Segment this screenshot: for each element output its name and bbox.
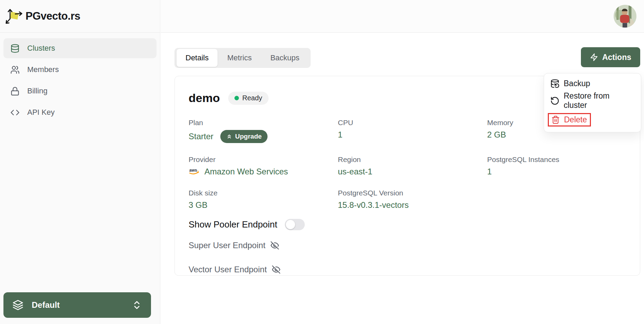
workspace-name: Default bbox=[32, 300, 123, 310]
sidebar-item-clusters[interactable]: Clusters bbox=[3, 38, 157, 58]
database-backup-icon bbox=[550, 79, 560, 88]
users-icon bbox=[10, 65, 20, 74]
pooler-toggle-label: Show Pooler Endpoint bbox=[189, 219, 277, 230]
lock-icon bbox=[10, 87, 20, 96]
sidebar: PGvecto.rs Clusters Members bbox=[0, 0, 160, 324]
upgrade-button-label: Upgrade bbox=[235, 133, 262, 140]
provider-value: Amazon Web Services bbox=[204, 167, 288, 176]
menu-item-restore[interactable]: Restore from cluster bbox=[550, 91, 635, 110]
database-icon bbox=[10, 44, 20, 53]
ready-dot-icon bbox=[234, 96, 239, 100]
field-plan: Plan Starter Upgrade bbox=[189, 119, 338, 143]
field-disk-size: Disk size 3 GB bbox=[189, 189, 338, 210]
actions-button[interactable]: Actions bbox=[581, 47, 640, 67]
field-label: PostgreSQL Version bbox=[338, 189, 487, 197]
super-user-endpoint-row: Super User Endpoint bbox=[189, 241, 626, 250]
user-avatar[interactable] bbox=[614, 5, 636, 28]
menu-item-delete[interactable]: Delete bbox=[548, 113, 591, 126]
sidebar-item-label: Billing bbox=[27, 87, 48, 95]
actions-button-label: Actions bbox=[602, 53, 631, 62]
field-postgres-instances: PostgreSQL Instances 1 bbox=[487, 155, 626, 176]
field-cpu: CPU 1 bbox=[338, 119, 487, 143]
workspace-switcher[interactable]: Default bbox=[3, 292, 151, 318]
sidebar-item-label: API Key bbox=[27, 108, 54, 117]
sidebar-item-label: Clusters bbox=[27, 44, 55, 53]
instances-value: 1 bbox=[487, 167, 626, 176]
field-postgres-version: PostgreSQL Version 15.8-v0.3.1-vectors bbox=[338, 189, 487, 210]
svg-text:aws: aws bbox=[189, 168, 197, 173]
field-provider: Provider aws Amazon Web Services bbox=[189, 155, 338, 176]
cluster-tabs: Details Metrics Backups bbox=[174, 48, 311, 68]
code-icon bbox=[10, 108, 20, 117]
version-value: 15.8-v0.3.1-vectors bbox=[338, 200, 487, 210]
actions-dropdown-menu: Backup Restore from cluster Delete bbox=[544, 73, 641, 132]
sidebar-item-billing[interactable]: Billing bbox=[3, 81, 157, 101]
status-badge: Ready bbox=[228, 92, 269, 105]
tab-backups[interactable]: Backups bbox=[261, 49, 308, 67]
trash-icon bbox=[551, 115, 560, 124]
sidebar-item-members[interactable]: Members bbox=[3, 60, 157, 80]
field-label: PostgreSQL Instances bbox=[487, 155, 626, 164]
plan-value: Starter bbox=[189, 132, 213, 141]
endpoint-label: Super User Endpoint bbox=[189, 241, 265, 250]
menu-item-backup[interactable]: Backup bbox=[550, 79, 635, 88]
app-title: PGvecto.rs bbox=[26, 10, 80, 22]
top-header bbox=[161, 0, 644, 33]
cluster-name: demo bbox=[189, 91, 220, 105]
field-label: Disk size bbox=[189, 189, 338, 197]
field-region: Region us-east-1 bbox=[338, 155, 487, 176]
sidebar-item-label: Members bbox=[27, 65, 59, 74]
pooler-toggle[interactable] bbox=[285, 219, 305, 230]
region-value: us-east-1 bbox=[338, 167, 487, 176]
endpoint-label: Vector User Endpoint bbox=[189, 265, 267, 274]
eye-off-icon[interactable] bbox=[272, 265, 281, 274]
field-label: CPU bbox=[338, 119, 487, 127]
layers-icon bbox=[12, 300, 23, 311]
vector-user-endpoint-row: Vector User Endpoint bbox=[189, 265, 626, 274]
zap-icon bbox=[590, 53, 598, 61]
tab-details[interactable]: Details bbox=[177, 49, 218, 67]
disk-value: 3 GB bbox=[189, 200, 338, 210]
sidebar-item-api-key[interactable]: API Key bbox=[3, 102, 157, 122]
chevrons-up-down-icon bbox=[132, 300, 142, 310]
menu-item-label: Delete bbox=[564, 115, 587, 124]
toggle-knob-icon bbox=[286, 220, 295, 229]
chevrons-up-icon bbox=[226, 133, 232, 140]
menu-item-label: Backup bbox=[564, 79, 590, 88]
field-label: Plan bbox=[189, 119, 338, 127]
cpu-value: 1 bbox=[338, 130, 487, 140]
menu-item-label: Restore from cluster bbox=[564, 91, 635, 110]
field-label: Provider bbox=[189, 155, 338, 164]
brand: PGvecto.rs bbox=[0, 0, 160, 33]
status-label: Ready bbox=[242, 94, 262, 102]
rotate-ccw-icon bbox=[550, 96, 560, 105]
aws-logo-icon: aws bbox=[189, 168, 200, 176]
pgvectors-logo-icon bbox=[5, 7, 23, 25]
field-label: Region bbox=[338, 155, 487, 164]
sidebar-nav: Clusters Members Billing bbox=[0, 33, 160, 128]
tab-metrics[interactable]: Metrics bbox=[218, 49, 261, 67]
eye-off-icon[interactable] bbox=[270, 241, 279, 250]
upgrade-button[interactable]: Upgrade bbox=[220, 130, 268, 143]
